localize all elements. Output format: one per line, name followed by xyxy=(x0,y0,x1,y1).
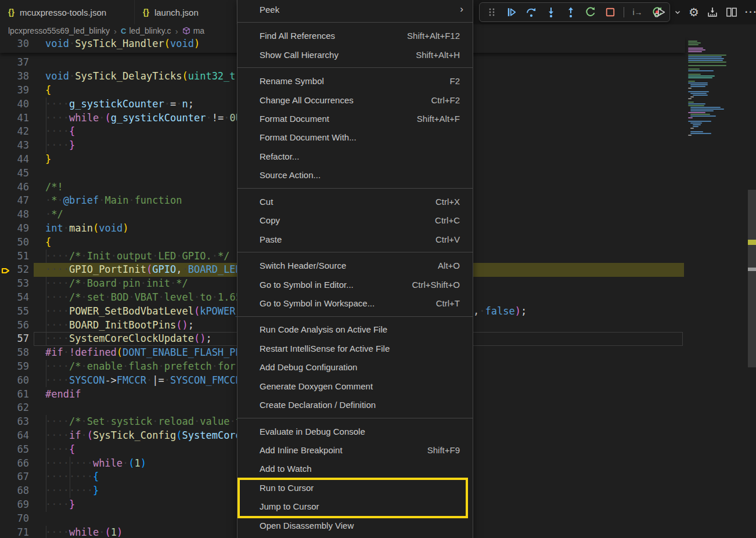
tab-launch-json[interactable]: {}launch.json xyxy=(135,0,237,24)
minimap-line xyxy=(690,109,724,110)
code-text: ····GPIO_PortInit(GPIO,·BOARD_LED_ xyxy=(45,263,247,277)
menu-item-source-action[interactable]: Source Action... xyxy=(237,166,473,185)
stop-icon xyxy=(604,6,616,18)
menu-item-run-code-analysis-on-active-file[interactable]: Run Code Analysis on Active File xyxy=(237,320,473,339)
settings-gear-icon: ⚙ xyxy=(689,6,699,18)
step-into-button[interactable] xyxy=(545,5,557,19)
breadcrumb-separator-icon: › xyxy=(175,26,178,36)
menu-item-generate-doxygen-comment[interactable]: Generate Doxygen Comment xyxy=(237,377,473,395)
line-number: 70 xyxy=(0,512,29,526)
minimap[interactable] xyxy=(687,38,733,363)
step-out-icon xyxy=(565,6,577,18)
menu-item-change-all-occurrences[interactable]: Change All OccurrencesCtrl+F2 xyxy=(237,91,473,109)
breadcrumb-label: ma xyxy=(193,26,204,35)
step-out-button[interactable] xyxy=(564,5,577,19)
menu-item-create-declaration-definition[interactable]: Create Declaration / Definition xyxy=(237,395,473,414)
step-over-button[interactable] xyxy=(525,5,538,19)
menu-item-format-document[interactable]: Format DocumentShift+Alt+F xyxy=(237,109,473,128)
menu-item-label: Copy xyxy=(237,215,435,225)
split-editor-button[interactable] xyxy=(726,5,737,19)
code-text: ····if·(SysTick_Config(SystemCoreC xyxy=(45,429,247,443)
menu-item-label: Format Document With... xyxy=(237,132,473,142)
menu-item-find-all-references[interactable]: Find All ReferencesShift+Alt+F12 xyxy=(237,27,473,45)
continue-button[interactable] xyxy=(505,5,518,19)
tab-mcuxpresso-tools-json[interactable]: {}mcuxpresso-tools.json xyxy=(0,0,135,24)
code-text: ····SYSCON->FMCCR·|=·SYSCON_FMCCR_ xyxy=(45,374,247,388)
breadcrumb-item-ma[interactable]: ma xyxy=(182,26,204,35)
menu-item-restart-intellisense-for-active-file[interactable]: Restart IntelliSense for Active File xyxy=(237,339,473,358)
menu-item-jump-to-cursor[interactable]: Jump to Cursor xyxy=(237,497,473,516)
menu-item-label: Run to Cursor xyxy=(237,483,473,493)
menu-item-paste[interactable]: PasteCtrl+V xyxy=(237,230,473,248)
code-text-after-menu: ,·false); xyxy=(473,305,527,319)
code-text: ····{ xyxy=(45,125,75,139)
code-text: ····while·(1) xyxy=(45,526,123,538)
menu-item-label: Open Disassembly View xyxy=(237,521,473,530)
menu-item-label: Change All Occurrences xyxy=(237,95,431,105)
code-text: ·*/ xyxy=(45,208,63,222)
code-text: ····SystemCoreClockUpdate(); xyxy=(45,332,212,346)
restart-button[interactable] xyxy=(584,5,597,19)
code-text: ····/*·Init·output·LED·GPIO.·*/ xyxy=(45,250,229,263)
code-text: ····} xyxy=(45,498,75,512)
menu-item-peek[interactable]: Peek› xyxy=(237,0,473,19)
flash-device-icon xyxy=(707,6,718,18)
menu-item-switch-header-source[interactable]: Switch Header/SourceAlt+O xyxy=(237,256,473,275)
code-text: { xyxy=(45,84,51,98)
menu-item-run-to-cursor[interactable]: Run to Cursor xyxy=(237,478,473,497)
menu-item-evaluate-in-debug-console[interactable]: Evaluate in Debug Console xyxy=(237,422,473,440)
menu-item-add-debug-configuration[interactable]: Add Debug Configuration xyxy=(237,358,473,377)
breadcrumb-label: lpcxpresso55s69_led_blinky xyxy=(8,26,110,35)
chevron-down-button[interactable] xyxy=(674,5,681,19)
code-text: ········{ xyxy=(45,470,99,484)
menu-item-label: Go to Symbol in Editor... xyxy=(237,280,412,290)
breadcrumb-item-led-blinky-c[interactable]: Cled_blinky.c xyxy=(121,26,171,35)
run-or-debug-button[interactable] xyxy=(654,5,667,19)
minimap-line xyxy=(688,121,711,122)
menu-item-rename-symbol[interactable]: Rename SymbolF2 xyxy=(237,72,473,91)
minimap-line xyxy=(688,81,695,82)
menu-item-label: Peek xyxy=(237,5,460,15)
line-number: 45 xyxy=(0,167,29,180)
code-text: #if·!defined(DONT_ENABLE_FLASH_PRE xyxy=(45,346,247,360)
menu-item-add-to-watch[interactable]: Add to Watch xyxy=(237,460,473,478)
minimap-line xyxy=(688,82,708,84)
line-number: 67 xyxy=(0,470,29,484)
menu-item-refactor[interactable]: Refactor... xyxy=(237,147,473,165)
code-text: #endif xyxy=(45,388,81,402)
minimap-line xyxy=(688,91,709,92)
minimap-line xyxy=(688,51,702,52)
code-text: void·SysTick_DelayTicks(uint32_t·n xyxy=(45,70,247,84)
menu-item-cut[interactable]: CutCtrl+X xyxy=(237,192,473,211)
menu-item-open-disassembly-view[interactable]: Open Disassembly View xyxy=(237,516,473,535)
menu-item-format-document-with[interactable]: Format Document With... xyxy=(237,128,473,147)
menu-item-shortcut: Ctrl+C xyxy=(435,215,473,225)
more-actions-button[interactable]: ··· xyxy=(745,5,756,19)
line-number: 38 xyxy=(0,70,29,84)
menu-separator xyxy=(237,22,473,23)
menu-item-label: Format Document xyxy=(237,114,417,124)
menu-item-go-to-symbol-in-editor[interactable]: Go to Symbol in Editor...Ctrl+Shift+O xyxy=(237,275,473,294)
minimap-line xyxy=(688,135,692,136)
minimap-line xyxy=(688,44,699,45)
settings-gear-button[interactable]: ⚙ xyxy=(689,5,699,19)
line-number: 47 xyxy=(0,194,29,208)
flash-device-button[interactable] xyxy=(707,5,718,19)
scrollbar-thumb[interactable] xyxy=(748,190,756,367)
menu-item-go-to-symbol-in-workspace[interactable]: Go to Symbol in Workspace...Ctrl+T xyxy=(237,294,473,312)
scrollbar[interactable] xyxy=(748,37,756,538)
stop-button[interactable] xyxy=(604,5,617,19)
breadcrumb-item-lpcxpresso55s69-led-blinky[interactable]: lpcxpresso55s69_led_blinky xyxy=(8,26,110,35)
minimap-line xyxy=(693,126,699,127)
instruction-step-button[interactable]: i→ xyxy=(631,5,644,19)
menu-item-add-inline-breakpoint[interactable]: Add Inline BreakpointShift+F9 xyxy=(237,440,473,459)
minimap-line xyxy=(690,128,694,129)
gripper-handle[interactable] xyxy=(485,5,498,19)
line-number: 48 xyxy=(0,208,29,222)
menu-item-copy[interactable]: CopyCtrl+C xyxy=(237,211,473,229)
menu-item-show-call-hierarchy[interactable]: Show Call HierarchyShift+Alt+H xyxy=(237,45,473,64)
overview-ruler-mark xyxy=(748,240,756,245)
line-number: 58 xyxy=(0,346,29,360)
minimap-line xyxy=(688,60,723,61)
minimap-line xyxy=(690,86,705,87)
